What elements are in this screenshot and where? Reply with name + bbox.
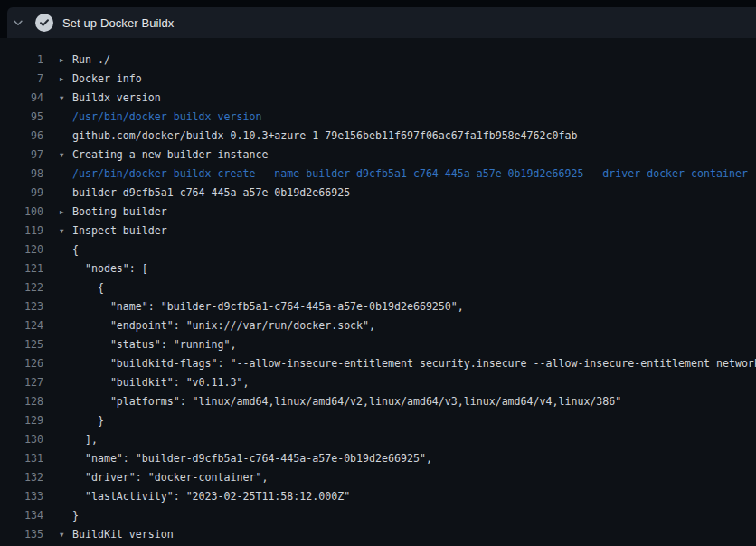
group-title: Booting builder: [72, 202, 167, 221]
line-number[interactable]: 94: [0, 89, 43, 108]
line-content: "name": "builder-d9cfb5a1-c764-445a-a57e…: [43, 449, 756, 468]
line-content: "buildkitd-flags": "--allow-insecure-ent…: [43, 354, 756, 373]
line-number[interactable]: 127: [0, 373, 43, 392]
group-title: Docker info: [72, 70, 142, 89]
line-number[interactable]: 134: [0, 506, 43, 525]
line-number[interactable]: 7: [0, 70, 43, 89]
line-content: {: [43, 240, 756, 259]
line-number[interactable]: 99: [0, 184, 43, 202]
line-number[interactable]: 97: [0, 146, 43, 165]
line-number[interactable]: 132: [0, 468, 43, 487]
log-body: 1▶Run ./7▶Docker info94▼Buildx version95…: [0, 38, 756, 546]
triangle-down-icon[interactable]: ▼: [60, 89, 72, 108]
triangle-right-icon[interactable]: ▶: [60, 70, 72, 89]
triangle-down-icon[interactable]: ▼: [60, 146, 72, 165]
line-number[interactable]: 124: [0, 316, 43, 335]
log-output-row: 134}: [0, 506, 756, 525]
line-number[interactable]: 133: [0, 487, 43, 506]
output-text: "platforms": "linux/amd64,linux/amd64/v2…: [72, 392, 621, 411]
output-text: {: [72, 278, 104, 297]
line-number[interactable]: 100: [0, 202, 43, 221]
log-group-row[interactable]: 119▼Inspect builder: [0, 221, 756, 240]
line-content: "name": "builder-d9cfb5a1-c764-445a-a57e…: [43, 297, 756, 316]
log-output-row: 131 "name": "builder-d9cfb5a1-c764-445a-…: [0, 449, 756, 468]
output-text: "name": "builder-d9cfb5a1-c764-445a-a57e…: [72, 449, 432, 468]
step-log-card: Set up Docker Buildx 1▶Run ./7▶Docker in…: [0, 7, 756, 546]
step-title: Set up Docker Buildx: [62, 16, 174, 30]
line-content: ],: [43, 430, 756, 449]
log-output-row: 130 ],: [0, 430, 756, 449]
line-number[interactable]: 123: [0, 297, 43, 316]
line-content: }: [43, 506, 756, 525]
triangle-down-icon[interactable]: ▼: [60, 525, 72, 544]
line-content: "lastActivity": "2023-02-25T11:58:12.000…: [43, 487, 756, 506]
log-output-row: 98/usr/bin/docker buildx create --name b…: [0, 165, 756, 184]
group-title: BuildKit version: [72, 525, 174, 544]
line-number[interactable]: 96: [0, 127, 43, 146]
log-group-row[interactable]: 7▶Docker info: [0, 70, 756, 89]
line-content: ▶Booting builder: [43, 202, 756, 221]
triangle-right-icon[interactable]: ▶: [60, 202, 72, 221]
group-title: Run ./: [72, 51, 110, 70]
output-text: "lastActivity": "2023-02-25T11:58:12.000…: [72, 487, 350, 506]
line-content: ▼Inspect builder: [43, 221, 756, 240]
line-number[interactable]: 1: [0, 51, 43, 70]
line-content: /usr/bin/docker buildx create --name bui…: [43, 165, 756, 184]
line-content: ▶Run ./: [43, 51, 756, 70]
line-content: "status": "running",: [43, 335, 756, 354]
group-title: Creating a new builder instance: [72, 146, 268, 165]
line-number[interactable]: 119: [0, 221, 43, 240]
triangle-down-icon[interactable]: ▼: [60, 221, 72, 240]
step-header[interactable]: Set up Docker Buildx: [7, 7, 756, 38]
line-number[interactable]: 122: [0, 278, 43, 297]
line-content: ▶Docker info: [43, 70, 756, 89]
log-group-row[interactable]: 1▶Run ./: [0, 51, 756, 70]
output-text: builder-d9cfb5a1-c764-445a-a57e-0b19d2e6…: [72, 184, 350, 202]
line-number[interactable]: 135: [0, 525, 43, 544]
log-output-row: 99builder-d9cfb5a1-c764-445a-a57e-0b19d2…: [0, 184, 756, 202]
log-group-row[interactable]: 100▶Booting builder: [0, 202, 756, 221]
output-text: "endpoint": "unix:///var/run/docker.sock…: [72, 316, 375, 335]
log-output-row: 124 "endpoint": "unix:///var/run/docker.…: [0, 316, 756, 335]
line-content: {: [43, 278, 756, 297]
line-number[interactable]: 128: [0, 392, 43, 411]
output-text: "name": "builder-d9cfb5a1-c764-445a-a57e…: [72, 297, 464, 316]
line-number[interactable]: 98: [0, 165, 43, 184]
line-content: ▼Creating a new builder instance: [43, 146, 756, 165]
line-number[interactable]: 95: [0, 108, 43, 127]
output-text: "buildkit": "v0.11.3",: [72, 373, 249, 392]
output-text: ],: [72, 430, 98, 449]
command-text: /usr/bin/docker buildx version: [72, 108, 261, 127]
line-content: /usr/bin/docker buildx version: [43, 108, 756, 127]
line-content: "buildkit": "v0.11.3",: [43, 373, 756, 392]
output-text: "buildkitd-flags": "--allow-insecure-ent…: [72, 354, 756, 373]
line-number[interactable]: 125: [0, 335, 43, 354]
line-number[interactable]: 130: [0, 430, 43, 449]
command-text: /usr/bin/docker buildx create --name bui…: [72, 165, 748, 184]
line-number[interactable]: 126: [0, 354, 43, 373]
line-content: "platforms": "linux/amd64,linux/amd64/v2…: [43, 392, 756, 411]
line-number[interactable]: 120: [0, 240, 43, 259]
line-content: builder-d9cfb5a1-c764-445a-a57e-0b19d2e6…: [43, 184, 756, 202]
log-output-row: 125 "status": "running",: [0, 335, 756, 354]
line-content: "endpoint": "unix:///var/run/docker.sock…: [43, 316, 756, 335]
output-text: github.com/docker/buildx 0.10.3+azure-1 …: [72, 127, 577, 146]
output-text: }: [72, 411, 104, 430]
log-group-row[interactable]: 94▼Buildx version: [0, 89, 756, 108]
line-number[interactable]: 121: [0, 259, 43, 278]
output-text: {: [72, 240, 79, 259]
line-number[interactable]: 131: [0, 449, 43, 468]
line-content: "nodes": [: [43, 259, 756, 278]
log-output-row: 128 "platforms": "linux/amd64,linux/amd6…: [0, 392, 756, 411]
log-output-row: 127 "buildkit": "v0.11.3",: [0, 373, 756, 392]
output-text: "driver": "docker-container",: [72, 468, 268, 487]
log-group-row[interactable]: 135▼BuildKit version: [0, 525, 756, 544]
log-output-row: 132 "driver": "docker-container",: [0, 468, 756, 487]
log-group-row[interactable]: 97▼Creating a new builder instance: [0, 146, 756, 165]
check-circle-icon: [35, 14, 53, 32]
line-number[interactable]: 129: [0, 411, 43, 430]
chevron-down-icon[interactable]: [12, 16, 24, 29]
triangle-right-icon[interactable]: ▶: [60, 51, 72, 70]
output-text: "status": "running",: [72, 335, 236, 354]
log-output-row: 129 }: [0, 411, 756, 430]
